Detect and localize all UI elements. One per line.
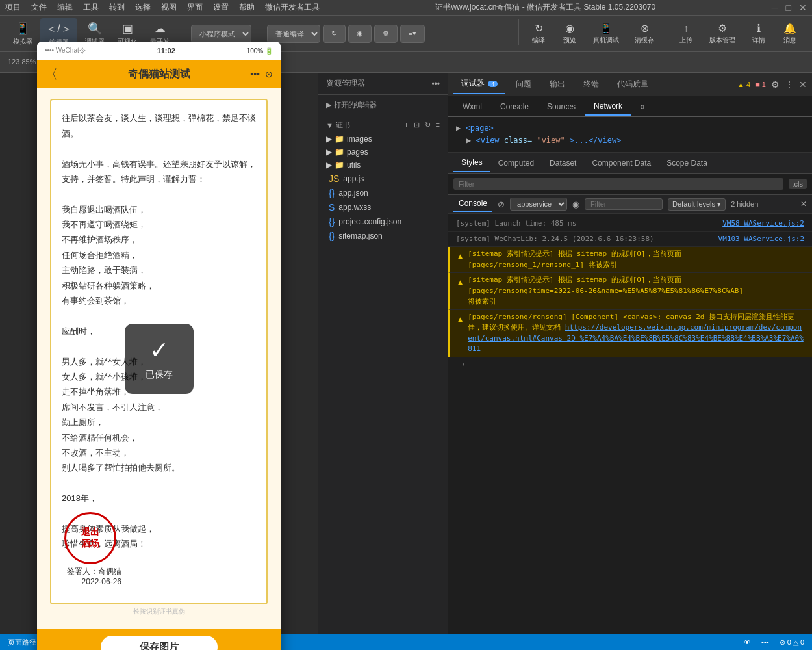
console-filter-input[interactable] [585,198,663,210]
sub-tab-more[interactable]: » [631,98,654,115]
canvas-doc-link[interactable]: https://developers.weixin.qq.com/minipro… [468,323,804,353]
json-file-icon: {} [329,188,335,198]
message-btn[interactable]: 🔔 消息 [776,20,804,47]
console-msg-1: [system] Launch time: 485 ms VM58 WAServ… [448,216,812,232]
compile-more-button[interactable]: ≡▾ [400,25,425,43]
json-file-icon: {} [329,216,335,227]
file-project-config[interactable]: {} project.config.json [324,214,448,229]
menu-item-wechat[interactable]: 微信开发者工具 [265,2,320,13]
error-count[interactable]: ⊘ 0 △ 0 [780,638,804,647]
msg-link-2[interactable]: VM103 WAService.js:2 [718,234,804,245]
default-levels-btn[interactable]: Default levels ▾ [668,198,726,211]
maximize-button[interactable]: □ [786,3,791,13]
tab-debugger[interactable]: 调试器 4 [453,74,505,94]
expand-arrow[interactable]: ▶ [456,124,465,133]
compile-eye-button[interactable]: ◉ [348,25,372,43]
console-label[interactable]: Console [453,196,492,212]
file-sitemap[interactable]: {} sitemap.json [324,229,448,243]
upload-btn[interactable]: ↑ 上传 [672,20,700,47]
detail-btn[interactable]: ℹ 详情 [744,20,773,47]
back-button[interactable]: 〈 [45,66,58,83]
msg-text-warning-2: [sitemap 索引情况提示] 根据 sitemap 的规则[0]，当前页面 … [468,275,804,307]
sub-tab-wxml[interactable]: Wxml [453,98,491,115]
inspector-tab-component-data[interactable]: Component Data [584,155,659,172]
compile-gear-button[interactable]: ⚙ [374,25,398,43]
preview-btn[interactable]: ◉ 预览 [555,20,584,47]
console-no-entry-icon[interactable]: ⊘ [498,200,505,209]
msg-link-1[interactable]: VM58 WAService.js:2 [722,218,804,229]
close-console-icon[interactable]: ✕ [800,200,807,209]
right-tools: ↻ 编译 ◉ 预览 📱 真机调试 ⊗ 清缓存 ↑ 上传 ⚙ 版本管理 ℹ 详情 [516,20,804,47]
real-device-btn[interactable]: 📱 真机调试 [587,20,626,47]
view-open-tag: <view [476,136,503,145]
cert-section-toggle[interactable]: ▼ 证书 + ⊡ ↻ ≡ [318,118,448,133]
settings-icon[interactable]: ⚙ [771,79,780,90]
new-folder-icon[interactable]: ⊡ [414,121,420,129]
more-icon[interactable]: ⋮ [785,79,794,90]
compile-select[interactable]: 普通编译 [267,25,320,43]
close-devtools-icon[interactable]: ✕ [799,79,807,90]
tab-terminal[interactable]: 终端 [576,75,607,94]
window-title: 证书www.jocat.cn奇偶猫 - 微信开发者工具 Stable 1.05.… [330,2,761,13]
save-popup-text: 已保存 [146,369,173,381]
debugger-icon: 🔍 [88,21,102,36]
open-editors-toggle[interactable]: ▶ 打开的编辑器 [318,98,448,112]
inspector-tab-dataset[interactable]: Dataset [542,155,584,172]
menu-item-tools[interactable]: 工具 [83,2,99,13]
menu-item-interface[interactable]: 界面 [187,2,203,13]
menu-item-goto[interactable]: 转到 [109,2,125,13]
menu-item-view[interactable]: 视图 [161,2,177,13]
preview-icon: ◉ [565,22,574,34]
menu-item-settings[interactable]: 设置 [213,2,229,13]
eye-status-icon[interactable]: 👁 [744,638,751,646]
view-expand-arrow[interactable]: ▶ [466,136,476,145]
sub-tab-sources[interactable]: Sources [538,98,585,115]
inspector-tab-computed[interactable]: Computed [490,155,542,172]
compile-refresh-button[interactable]: ↻ [323,25,346,43]
menu-item-select[interactable]: 选择 [135,2,151,13]
menu-item-help[interactable]: 帮助 [239,2,255,13]
cls-button[interactable]: .cls [789,179,807,189]
wxss-file-icon: S [329,202,335,213]
new-file-icon[interactable]: + [404,121,408,129]
eye-icon[interactable]: ◉ [572,200,579,209]
mode-select[interactable]: 小程序模式 [191,25,251,43]
nav-home-button[interactable]: ⊙ [265,69,273,79]
compile-btn[interactable]: ↻ 编译 [524,20,553,47]
version-btn[interactable]: ⚙ 版本管理 [703,20,742,47]
more-status-icon[interactable]: ••• [761,638,769,646]
sub-tab-console[interactable]: Console [491,98,538,115]
save-image-button[interactable]: 保存图片 [101,636,218,650]
explorer-title: 资源管理器 [326,78,365,89]
collapse-all-icon[interactable]: ≡ [436,121,440,129]
devtools-panel: 调试器 4 问题 输出 终端 代码质量 ▲ 4 ■ 1 ⚙ ⋮ ✕ Wxml C… [448,73,812,634]
explorer-more-icon[interactable]: ••• [431,79,440,88]
nav-more-button[interactable]: ••• [250,69,260,79]
file-app-js[interactable]: JS app.js [324,172,448,186]
tab-codequality[interactable]: 代码质量 [609,75,656,94]
filter-input[interactable] [453,178,783,190]
menu-item-edit[interactable]: 编辑 [57,2,73,13]
compile-label: 编译 [532,36,545,45]
tab-output[interactable]: 输出 [542,75,573,94]
folder-pages[interactable]: ▶ 📁 pages [324,146,448,159]
tab-issues[interactable]: 问题 [508,75,539,94]
minimize-button[interactable]: ─ [772,3,778,13]
simulator-button[interactable]: 📱 模拟器 [8,19,38,49]
console-header: Console ⊘ appservice ◉ Default levels ▾ … [448,194,812,214]
sub-tab-network[interactable]: Network [585,98,631,116]
menu-item-project[interactable]: 项目 [5,2,21,13]
inspector-tab-styles[interactable]: Styles [453,154,490,172]
folder-utils[interactable]: ▶ 📁 utils [324,159,448,172]
folder-images[interactable]: ▶ 📁 images [324,133,448,146]
refresh-files-icon[interactable]: ↻ [425,121,431,129]
real-device-icon: 📱 [600,22,613,34]
close-button[interactable]: ✕ [799,3,807,13]
version-label: 版本管理 [709,36,735,45]
menu-item-file[interactable]: 文件 [31,2,47,13]
clean-cache-btn[interactable]: ⊗ 清缓存 [628,20,661,47]
inspector-tab-scope-data[interactable]: Scope Data [659,155,715,172]
appservice-selector[interactable]: appservice [510,198,567,211]
file-app-wxss[interactable]: S app.wxss [324,200,448,214]
file-app-json[interactable]: {} app.json [324,186,448,200]
